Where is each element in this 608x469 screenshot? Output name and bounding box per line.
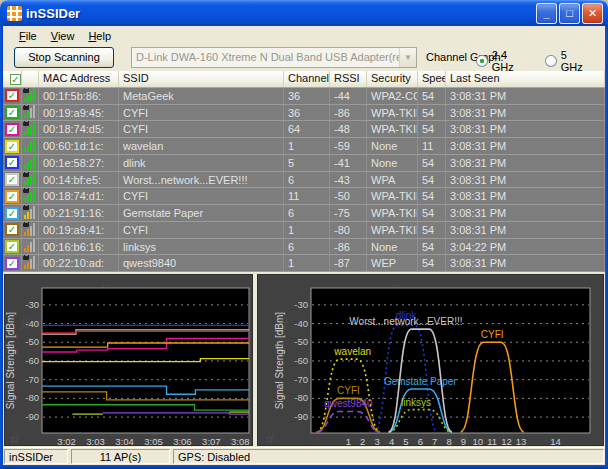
- svg-text:3: 3: [375, 436, 380, 447]
- cell-rssi: -43: [330, 172, 367, 188]
- header-channel[interactable]: Channel: [284, 71, 330, 87]
- header-last-seen[interactable]: Last Seen: [446, 71, 605, 87]
- row-checkbox[interactable]: ✓: [3, 88, 22, 104]
- radio-5ghz-label: 5 GHz: [561, 49, 591, 73]
- table-row[interactable]: ✓00:1e:58:27:dlink5-41None543:08:31 PM: [3, 155, 605, 172]
- channel-graph-panel: ########-30-40-50-60-70-80-90Signal Stre…: [257, 274, 604, 446]
- row-checkbox[interactable]: ✓: [3, 205, 22, 221]
- network-color-checkbox[interactable]: ✓: [5, 106, 19, 119]
- row-checkbox[interactable]: ✓: [3, 138, 22, 154]
- minimize-button[interactable]: _: [536, 3, 557, 24]
- title-bar[interactable]: inSSIDer _ □ ✕: [0, 0, 608, 26]
- radio-5ghz[interactable]: [545, 55, 557, 67]
- cell-speed: 54: [418, 205, 446, 221]
- svg-text:-60: -60: [25, 355, 39, 366]
- menu-file[interactable]: File: [12, 28, 44, 44]
- table-row[interactable]: ✓00:18:74:d1:CYFI11-50WPA-TKIP543:08:31 …: [3, 188, 605, 205]
- network-color-checkbox[interactable]: ✓: [5, 156, 19, 169]
- channel-graph: ########-30-40-50-60-70-80-90Signal Stre…: [258, 275, 605, 447]
- toolbar: Stop Scanning D-Link DWA-160 Xtreme N Du…: [3, 45, 605, 71]
- table-row[interactable]: ✓00:19:a9:41:CYFI1-80WPA-TKIP543:08:31 P…: [3, 222, 605, 239]
- svg-text:-70: -70: [294, 374, 308, 385]
- maximize-icon: □: [566, 8, 573, 18]
- signal-strength-icon: [22, 172, 39, 188]
- cell-ssid: dlink: [119, 155, 284, 171]
- table-row[interactable]: ✓00:16:b6:16:linksys6-86None543:04:22 PM: [3, 239, 605, 256]
- table-row[interactable]: ✓00:22:10:ad:qwest98401-87WEP543:08:31 P…: [3, 255, 605, 272]
- svg-text:2: 2: [360, 436, 365, 447]
- cell-speed: 54: [418, 222, 446, 238]
- cell-rssi: -87: [330, 255, 367, 271]
- cell-ssid: wavelan: [119, 138, 284, 154]
- table-row[interactable]: ✓00:60:1d:1c:wavelan1-59None113:08:31 PM: [3, 138, 605, 155]
- cell-mac: 00:21:91:16:: [39, 205, 119, 221]
- cell-ssid: Worst...network...EVER!!!: [119, 172, 284, 188]
- cell-channel: 1: [284, 138, 330, 154]
- cell-security: WPA-TKIP: [367, 121, 418, 137]
- table-row[interactable]: ✓00:18:74:d5:CYFI64-48WPA-TKIP543:08:31 …: [3, 121, 605, 138]
- signal-strength-icon: [22, 155, 39, 171]
- network-color-checkbox[interactable]: ✓: [5, 190, 19, 203]
- svg-text:6: 6: [418, 436, 423, 447]
- header-security[interactable]: Security: [367, 71, 418, 87]
- header-mac-address[interactable]: MAC Address: [39, 71, 119, 87]
- row-checkbox[interactable]: ✓: [3, 255, 22, 271]
- cell-last-seen: 3:08:31 PM: [446, 155, 605, 171]
- status-app-name: inSSIDer: [4, 449, 68, 464]
- header-signal-icon-col[interactable]: [22, 71, 39, 87]
- lock-icon: [23, 223, 29, 227]
- cell-speed: 54: [418, 188, 446, 204]
- cell-last-seen: 3:08:31 PM: [446, 138, 605, 154]
- network-color-checkbox[interactable]: ✓: [5, 223, 19, 236]
- channel-curve-label: CYFI: [481, 329, 504, 340]
- row-checkbox[interactable]: ✓: [3, 155, 22, 171]
- menu-view[interactable]: View: [44, 28, 82, 44]
- cell-mac: 00:19:a9:41:: [39, 222, 119, 238]
- network-color-checkbox[interactable]: ✓: [5, 173, 19, 186]
- svg-text:1: 1: [346, 436, 351, 447]
- svg-text:-40: -40: [25, 318, 39, 329]
- close-button[interactable]: ✕: [582, 3, 603, 24]
- cell-ssid: linksys: [119, 239, 284, 255]
- svg-text:8: 8: [446, 436, 451, 447]
- radio-24ghz[interactable]: [476, 55, 488, 67]
- network-color-checkbox[interactable]: ✓: [5, 140, 19, 153]
- table-row[interactable]: ✓00:19:a9:45:CYFI36-86WPA-TKIP543:08:31 …: [3, 105, 605, 122]
- cell-speed: 54: [418, 121, 446, 137]
- cell-security: None: [367, 138, 418, 154]
- network-color-checkbox[interactable]: ✓: [5, 207, 19, 220]
- row-checkbox[interactable]: ✓: [3, 188, 22, 204]
- network-color-checkbox[interactable]: ✓: [5, 240, 19, 253]
- header-speed[interactable]: Speed: [418, 71, 446, 87]
- header-rssi[interactable]: RSSI: [330, 71, 367, 87]
- signal-strength-icon: [22, 88, 39, 104]
- header-ssid[interactable]: SSID: [119, 71, 284, 87]
- row-checkbox[interactable]: ✓: [3, 172, 22, 188]
- svg-text:5: 5: [403, 436, 408, 447]
- svg-text:#: #: [265, 430, 275, 447]
- table-row[interactable]: ✓00:14:bf:e5:Worst...network...EVER!!!6-…: [3, 172, 605, 189]
- row-checkbox[interactable]: ✓: [3, 121, 22, 137]
- row-checkbox[interactable]: ✓: [3, 239, 22, 255]
- table-row[interactable]: ✓00:21:91:16:Gemstate Paper6-75WPA-TKIP5…: [3, 205, 605, 222]
- close-icon: ✕: [588, 8, 597, 18]
- svg-text:#: #: [10, 430, 20, 447]
- network-color-checkbox[interactable]: ✓: [5, 123, 19, 136]
- table-row[interactable]: ✓00:1f:5b:86:MetaGeek36-44WPA2-CCMP543:0…: [3, 88, 605, 105]
- lock-icon: [23, 89, 29, 93]
- row-checkbox[interactable]: ✓: [3, 222, 22, 238]
- menu-help[interactable]: Help: [81, 28, 118, 44]
- app-logo-icon: [7, 6, 22, 21]
- time-graph: ########-30-40-50-60-70-80-90Signal Stre…: [5, 275, 254, 447]
- network-color-checkbox[interactable]: ✓: [5, 89, 19, 102]
- cell-rssi: -59: [330, 138, 367, 154]
- row-checkbox[interactable]: ✓: [3, 105, 22, 121]
- cell-speed: 54: [418, 88, 446, 104]
- cell-security: None: [367, 155, 418, 171]
- adapter-select[interactable]: D-Link DWA-160 Xtreme N Dual Band USB Ad…: [131, 47, 417, 68]
- header-select-all[interactable]: ✓: [3, 71, 22, 87]
- signal-strength-icon: [22, 105, 39, 121]
- network-color-checkbox[interactable]: ✓: [5, 257, 19, 270]
- maximize-button[interactable]: □: [559, 3, 580, 24]
- stop-scanning-button[interactable]: Stop Scanning: [14, 47, 114, 68]
